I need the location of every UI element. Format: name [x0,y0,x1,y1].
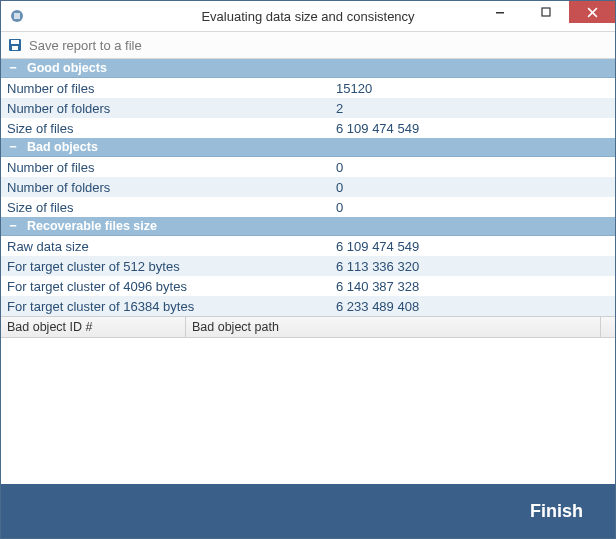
section-title: Recoverable files size [27,219,157,233]
app-icon [9,8,25,24]
section-title: Good objects [27,61,107,75]
value: 6 140 387 328 [334,279,615,294]
toolbar: Save report to a file [1,31,615,59]
row-good-folders: Number of folders 2 [1,98,615,118]
value: 6 109 474 549 [334,239,615,254]
row-good-files: Number of files 15120 [1,78,615,98]
column-bad-object-id[interactable]: Bad object ID # [1,317,186,337]
label: For target cluster of 16384 bytes [1,299,334,314]
section-recoverable: Raw data size 6 109 474 549 For target c… [1,236,615,316]
row-cluster-4096: For target cluster of 4096 bytes 6 140 3… [1,276,615,296]
label: Number of folders [1,101,334,116]
value: 2 [334,101,615,116]
finish-button[interactable]: Finish [524,500,589,523]
row-good-size: Size of files 6 109 474 549 [1,118,615,138]
label: Size of files [1,200,334,215]
row-cluster-16384: For target cluster of 16384 bytes 6 233 … [1,296,615,316]
save-icon[interactable] [7,37,23,53]
bad-objects-grid-header: Bad object ID # Bad object path [1,316,615,338]
collapse-icon[interactable]: − [7,219,19,233]
section-good-objects: Number of files 15120 Number of folders … [1,78,615,138]
row-raw-size: Raw data size 6 109 474 549 [1,236,615,256]
window-buttons [477,1,615,31]
row-bad-size: Size of files 0 [1,197,615,217]
report-content: − Good objects Number of files 15120 Num… [1,59,615,488]
label: For target cluster of 4096 bytes [1,279,334,294]
section-bad-objects: Number of files 0 Number of folders 0 Si… [1,157,615,217]
section-recoverable-header[interactable]: − Recoverable files size [1,217,615,236]
section-title: Bad objects [27,140,98,154]
svg-rect-2 [496,12,504,14]
label: Number of folders [1,180,334,195]
svg-rect-7 [11,40,19,44]
save-report-label[interactable]: Save report to a file [29,38,142,53]
row-bad-folders: Number of folders 0 [1,177,615,197]
value: 6 233 489 408 [334,299,615,314]
row-cluster-512: For target cluster of 512 bytes 6 113 33… [1,256,615,276]
value: 6 113 336 320 [334,259,615,274]
minimize-button[interactable] [477,1,523,23]
label: For target cluster of 512 bytes [1,259,334,274]
column-spacer [601,317,615,337]
svg-rect-8 [12,46,18,50]
row-bad-files: Number of files 0 [1,157,615,177]
footer-bar: Finish [1,484,615,538]
section-bad-objects-header[interactable]: − Bad objects [1,138,615,157]
value: 15120 [334,81,615,96]
svg-rect-3 [542,8,550,16]
value: 0 [334,180,615,195]
collapse-icon[interactable]: − [7,61,19,75]
value: 6 109 474 549 [334,121,615,136]
close-button[interactable] [569,1,615,23]
label: Number of files [1,81,334,96]
label: Raw data size [1,239,334,254]
maximize-button[interactable] [523,1,569,23]
title-bar: Evaluating data size and consistency [1,1,615,31]
section-good-objects-header[interactable]: − Good objects [1,59,615,78]
value: 0 [334,160,615,175]
column-bad-object-path[interactable]: Bad object path [186,317,601,337]
bad-objects-grid-body [1,338,615,488]
label: Number of files [1,160,334,175]
value: 0 [334,200,615,215]
svg-rect-1 [14,13,20,19]
label: Size of files [1,121,334,136]
collapse-icon[interactable]: − [7,140,19,154]
